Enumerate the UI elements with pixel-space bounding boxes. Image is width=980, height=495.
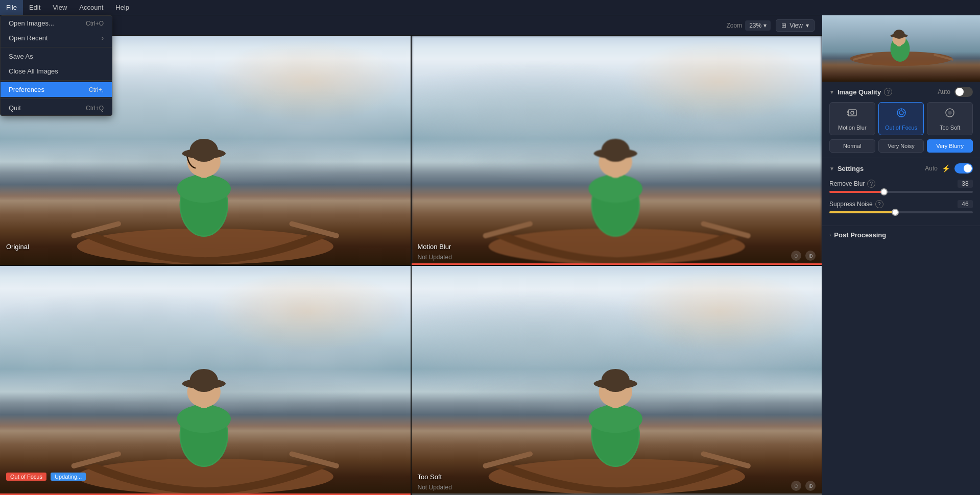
post-processing-section[interactable]: › Post Processing — [822, 226, 980, 244]
settings-section: ▼ Settings Auto ⚡ Remove Blur ? 38 — [822, 158, 980, 226]
quality-auto-row: Auto — [938, 87, 973, 97]
menu-preferences[interactable]: Preferences Ctrl+, — [1, 82, 112, 97]
suppress-noise-value: 46 — [958, 200, 973, 208]
menubar: File Edit View Account Help — [0, 0, 980, 15]
out-of-focus-icon — [895, 107, 907, 121]
status-bar-motion-blur — [412, 263, 822, 265]
quality-chevron: ▼ — [829, 89, 834, 95]
menu-file[interactable]: File — [0, 0, 23, 15]
thumbnail-image — [822, 15, 980, 82]
panel-icons-too-soft: ☺ ⊕ — [791, 481, 816, 491]
quality-btn-motion-blur[interactable]: Motion Blur — [829, 102, 875, 135]
severity-very-noisy[interactable]: Very Noisy — [878, 139, 924, 153]
remove-blur-help[interactable]: ? — [867, 180, 875, 188]
svg-rect-49 — [848, 110, 856, 116]
zoom-label: Zoom — [726, 22, 742, 29]
svg-point-29 — [190, 369, 218, 392]
svg-point-19 — [601, 139, 629, 162]
settings-toggle[interactable] — [954, 163, 973, 174]
svg-point-46 — [894, 30, 905, 39]
suppress-noise-fill — [829, 211, 895, 213]
plus-icon[interactable]: ⊕ — [805, 481, 816, 491]
svg-point-50 — [851, 111, 854, 114]
menu-open-images[interactable]: Open Images... Ctrl+O — [1, 16, 112, 31]
menu-view[interactable]: View — [46, 0, 73, 15]
quality-btn-too-soft[interactable]: Too Soft — [927, 102, 973, 135]
motion-blur-icon — [846, 107, 858, 121]
menu-save-as[interactable]: Save As — [1, 49, 112, 64]
svg-point-39 — [601, 369, 629, 392]
status-out-of-focus: Out of Focus — [6, 473, 46, 481]
settings-auto-row: Auto ⚡ — [925, 163, 973, 174]
separator-2 — [1, 80, 112, 81]
menu-help[interactable]: Help — [109, 0, 135, 15]
suppress-noise-knob[interactable] — [892, 209, 899, 216]
settings-title-row: ▼ Settings — [829, 165, 864, 172]
lightning-icon: ⚡ — [942, 164, 950, 172]
status-not-updated-1: Not Updated — [418, 254, 452, 261]
view-button[interactable]: ⊞ View ▾ — [776, 19, 815, 32]
menu-open-recent[interactable]: Open Recent › — [1, 31, 112, 45]
svg-point-9 — [190, 139, 218, 162]
person-boat-svg-4 — [412, 266, 822, 495]
person-boat-svg-3 — [0, 266, 411, 495]
zoom-selector[interactable]: 23% ▾ — [745, 20, 771, 31]
remove-blur-value: 38 — [958, 180, 973, 188]
status-updating: Updating... — [51, 473, 86, 481]
panel-icons-motion-blur: ☺ ⊕ — [791, 251, 816, 261]
remove-blur-slider-row: Remove Blur ? 38 — [829, 180, 973, 193]
suppress-noise-track[interactable] — [829, 211, 973, 213]
settings-header: ▼ Settings Auto ⚡ — [829, 163, 973, 174]
thumbnail-area — [822, 15, 980, 82]
remove-blur-knob[interactable] — [880, 188, 888, 195]
remove-blur-label-row: Remove Blur ? 38 — [829, 180, 973, 188]
severity-buttons: Normal Very Noisy Very Blurry — [829, 139, 973, 153]
separator-1 — [1, 47, 112, 47]
settings-auto-label: Auto — [925, 165, 938, 172]
section-title-row: ▼ Image Quality ? — [829, 88, 892, 96]
person-boat-svg-2 — [412, 36, 822, 265]
suppress-noise-slider-row: Suppress Noise ? 46 — [829, 200, 973, 213]
severity-very-blurry[interactable]: Very Blurry — [927, 139, 973, 153]
svg-point-55 — [899, 111, 903, 115]
image-grid: Original — [0, 36, 822, 495]
image-panel-out-of-focus: Out of Focus Updating... — [0, 266, 411, 495]
settings-chevron: ▼ — [829, 166, 834, 171]
image-quality-header: ▼ Image Quality ? Auto — [829, 87, 973, 97]
menu-quit[interactable]: Quit Ctrl+Q — [1, 101, 112, 115]
quality-toggle[interactable] — [954, 87, 973, 97]
quality-btn-out-of-focus[interactable]: Out of Focus — [878, 102, 924, 135]
svg-point-5 — [177, 175, 231, 203]
post-processing-label: Post Processing — [834, 231, 886, 239]
image-quality-help[interactable]: ? — [884, 88, 892, 96]
panel-status-motion-blur: Not Updated — [412, 254, 822, 261]
suppress-noise-help[interactable]: ? — [875, 200, 883, 208]
post-processing-chevron: › — [829, 232, 831, 238]
panel-label-motion-blur: Motion Blur — [418, 243, 451, 251]
menu-edit[interactable]: Edit — [23, 0, 46, 15]
status-not-updated-2: Not Updated — [418, 484, 452, 491]
remove-blur-track[interactable] — [829, 191, 973, 193]
severity-normal[interactable]: Normal — [829, 139, 875, 153]
menu-close-all[interactable]: Close All Images — [1, 64, 112, 79]
toolbar: Zoom 23% ▾ ⊞ View ▾ — [0, 15, 822, 36]
quality-type-buttons: Motion Blur Out of Focus — [829, 102, 973, 135]
panel-label-original: Original — [6, 243, 29, 251]
right-panel: ▼ Image Quality ? Auto — [822, 15, 980, 495]
remove-blur-label: Remove Blur ? — [829, 180, 875, 188]
toggle-knob-quality — [955, 88, 964, 96]
thumbnail-person-svg — [822, 15, 980, 82]
image-panel-motion-blur: Motion Blur Not Updated ☺ ⊕ — [412, 36, 822, 265]
image-quality-section: ▼ Image Quality ? Auto — [822, 82, 980, 158]
svg-point-54 — [897, 109, 905, 117]
menu-account[interactable]: Account — [73, 0, 109, 15]
svg-point-25 — [177, 405, 231, 433]
smiley-icon[interactable]: ☺ — [791, 481, 801, 491]
image-panel-too-soft: Too Soft Not Updated ☺ ⊕ — [412, 266, 822, 495]
svg-point-35 — [588, 405, 642, 433]
settings-title: Settings — [838, 165, 864, 172]
zoom-fit-icon[interactable]: ☺ — [791, 251, 801, 261]
suppress-noise-label: Suppress Noise ? — [829, 200, 883, 208]
file-dropdown-menu: Open Images... Ctrl+O Open Recent › Save… — [0, 15, 112, 116]
expand-icon[interactable]: ⊕ — [805, 251, 816, 261]
